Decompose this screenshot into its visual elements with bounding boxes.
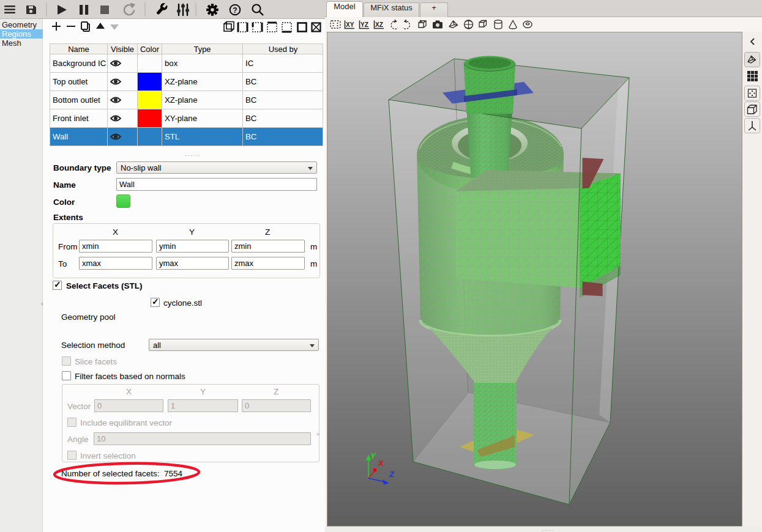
svg-text:X: X <box>378 459 384 468</box>
svg-text:Z: Z <box>389 470 395 479</box>
svg-text:Y: Y <box>370 451 376 460</box>
svg-text:YZ: YZ <box>360 21 368 28</box>
svg-text:XY: XY <box>346 21 354 28</box>
svg-text:XZ: XZ <box>375 21 383 28</box>
svg-text:?: ? <box>233 6 237 15</box>
